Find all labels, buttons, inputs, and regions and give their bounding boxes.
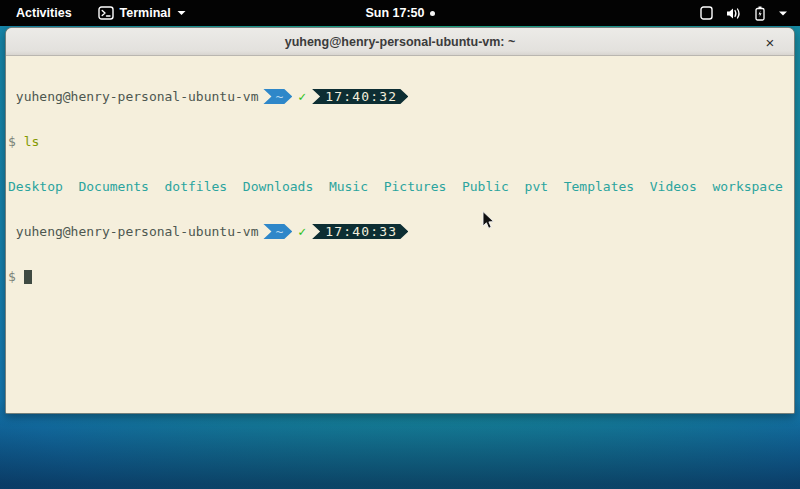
desktop: Activities Terminal Sun 17:50 (0, 0, 800, 489)
command-text: ls (24, 134, 40, 149)
prompt-symbol: $ (8, 269, 16, 284)
activities-label: Activities (16, 6, 72, 20)
prompt-time-segment: 17:40:32 (312, 89, 408, 104)
check-icon: ✓ (298, 224, 306, 239)
prompt-path-segment: ~ (263, 89, 292, 104)
check-icon: ✓ (298, 89, 306, 104)
app-menu-caret-icon (177, 10, 186, 16)
notification-dot (430, 11, 435, 16)
app-menu-label: Terminal (120, 6, 171, 20)
command-line: $ ls (8, 134, 792, 149)
ls-output-line: Desktop Documents dotfiles Downloads Mus… (8, 179, 792, 194)
gnome-top-bar: Activities Terminal Sun 17:50 (0, 0, 800, 26)
prompt-line: yuheng@henry-personal-ubuntu-vm~✓17:40:3… (8, 224, 792, 239)
window-titlebar[interactable]: yuheng@henry-personal-ubuntu-vm: ~ × (6, 28, 794, 56)
prompt-user: yuheng@henry-personal-ubuntu-vm (16, 224, 259, 239)
clock[interactable]: Sun 17:50 (365, 6, 424, 20)
terminal-content[interactable]: yuheng@henry-personal-ubuntu-vm~✓17:40:3… (6, 56, 794, 413)
battery-charging-icon (755, 6, 765, 21)
prompt-line: yuheng@henry-personal-ubuntu-vm~✓17:40:3… (8, 89, 792, 104)
volume-icon (726, 7, 742, 20)
system-status-area[interactable] (700, 6, 788, 21)
close-button[interactable]: × (760, 32, 780, 52)
prompt-user: yuheng@henry-personal-ubuntu-vm (16, 89, 259, 104)
chevron-down-icon (778, 10, 788, 17)
window-title: yuheng@henry-personal-ubuntu-vm: ~ (285, 35, 516, 49)
screen-icon (700, 6, 713, 20)
prompt-symbol: $ (8, 134, 16, 149)
terminal-app-icon (98, 6, 114, 20)
terminal-window: yuheng@henry-personal-ubuntu-vm: ~ × yuh… (5, 27, 795, 414)
terminal-cursor (24, 270, 32, 284)
app-menu[interactable]: Terminal (92, 4, 192, 22)
prompt-time-segment: 17:40:33 (312, 224, 408, 239)
prompt-path-segment: ~ (263, 224, 292, 239)
activities-button[interactable]: Activities (10, 4, 78, 22)
input-line: $ (8, 269, 792, 284)
